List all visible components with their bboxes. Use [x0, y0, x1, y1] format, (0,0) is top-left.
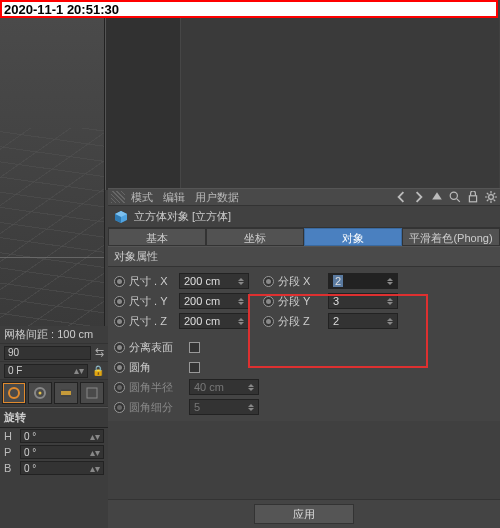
timestamp-bar: 2020-11-1 20:51:30: [0, 0, 498, 18]
label-fillet: 圆角: [129, 360, 185, 375]
svg-rect-7: [61, 389, 71, 391]
input-fillet-radius: 40 cm: [189, 379, 259, 395]
input-size-x[interactable]: 200 cm: [179, 273, 249, 289]
svg-rect-8: [61, 395, 71, 397]
viewport-axis: [0, 257, 104, 258]
svg-point-2: [489, 195, 494, 200]
input-size-z[interactable]: 200 cm: [179, 313, 249, 329]
label-fillet-radius: 圆角半径: [129, 380, 185, 395]
input-seg-y[interactable]: 3: [328, 293, 398, 309]
svg-rect-1: [469, 196, 476, 202]
anim-dot-size-x[interactable]: [114, 276, 125, 287]
input-thumb[interactable]: 90: [4, 346, 91, 360]
timeline-buttons: [0, 380, 108, 407]
label-size-x: 尺寸 . X: [129, 274, 175, 289]
tab-coord[interactable]: 坐标: [206, 228, 304, 246]
nav-up-icon[interactable]: [431, 191, 443, 203]
lock-small-icon[interactable]: 🔒: [92, 365, 104, 376]
tab-object[interactable]: 对象: [304, 228, 402, 246]
input-rot-H[interactable]: 0 °▴▾: [20, 429, 104, 443]
drag-handle-icon[interactable]: [111, 191, 125, 203]
search-icon[interactable]: [449, 191, 461, 203]
apply-button[interactable]: 应用: [254, 504, 354, 524]
nav-back-icon[interactable]: [395, 191, 407, 203]
axis-H-label: H: [4, 430, 16, 442]
axis-B-label: B: [4, 462, 16, 474]
label-size-z: 尺寸 . Z: [129, 314, 175, 329]
left-tool-strip: 网格间距 : 100 cm 90 ⇆ 0 F▴▾ 🔒 旋转 H0 °▴▾ P0 …: [0, 326, 108, 528]
anim-dot-fillet-sub[interactable]: [114, 402, 125, 413]
label-separate: 分离表面: [129, 340, 185, 355]
viewport-perspective[interactable]: [0, 18, 105, 328]
checkbox-fillet[interactable]: [189, 362, 200, 373]
input-seg-x[interactable]: 2: [328, 273, 398, 289]
tab-phong[interactable]: 平滑着色(Phong): [402, 228, 500, 246]
attribute-panel: 模式 编辑 用户数据 立方体对象 [立方体] 基本 坐标 对象 平滑着色(Pho…: [108, 188, 500, 421]
label-fillet-sub: 圆角细分: [129, 400, 185, 415]
axis-P-label: P: [4, 446, 16, 458]
viewport-grid: [0, 128, 105, 328]
input-secondary[interactable]: 0 F▴▾: [4, 364, 88, 378]
nav-forward-icon[interactable]: [413, 191, 425, 203]
cube-icon: [114, 210, 128, 224]
label-seg-z: 分段 Z: [278, 314, 324, 329]
anim-dot-seg-x[interactable]: [263, 276, 274, 287]
input-rot-B[interactable]: 0 °▴▾: [20, 461, 104, 475]
anim-dot-fillet[interactable]: [114, 362, 125, 373]
label-seg-y: 分段 Y: [278, 294, 324, 309]
object-title: 立方体对象 [立方体]: [134, 209, 231, 224]
grid-spacing-label: 网格间距 : 100 cm: [4, 327, 93, 342]
menu-edit[interactable]: 编辑: [163, 190, 185, 205]
anim-dot-fillet-radius[interactable]: [114, 382, 125, 393]
input-seg-z[interactable]: 2: [328, 313, 398, 329]
input-size-y[interactable]: 200 cm: [179, 293, 249, 309]
btn-extra[interactable]: [80, 382, 104, 404]
group-object-properties: 对象属性: [108, 246, 500, 267]
anim-dot-seg-y[interactable]: [263, 296, 274, 307]
tab-basic[interactable]: 基本: [108, 228, 206, 246]
lock-icon[interactable]: [467, 191, 479, 203]
object-header: 立方体对象 [立方体]: [108, 206, 500, 228]
anim-dot-size-y[interactable]: [114, 296, 125, 307]
attribute-toolbar: 模式 编辑 用户数据: [108, 188, 500, 206]
svg-point-0: [450, 192, 457, 199]
object-properties: 尺寸 . X 200 cm 分段 X 2 尺寸 . Y 200 cm 分段 Y …: [108, 267, 500, 421]
viewport-secondary[interactable]: [105, 18, 499, 190]
svg-rect-9: [87, 388, 97, 398]
svg-point-3: [9, 388, 19, 398]
thumb-arrows-icon[interactable]: ⇆: [95, 346, 104, 359]
btn-play[interactable]: [28, 382, 52, 404]
label-size-y: 尺寸 . Y: [129, 294, 175, 309]
anim-dot-seg-z[interactable]: [263, 316, 274, 327]
section-rotation: 旋转: [0, 407, 108, 428]
apply-bar: 应用: [108, 499, 500, 528]
menu-mode[interactable]: 模式: [131, 190, 153, 205]
viewport-shade: [106, 18, 181, 190]
anim-dot-separate[interactable]: [114, 342, 125, 353]
anim-dot-size-z[interactable]: [114, 316, 125, 327]
btn-strip[interactable]: [54, 382, 78, 404]
grid-spacing-row: 网格间距 : 100 cm: [0, 326, 108, 344]
checkbox-separate[interactable]: [189, 342, 200, 353]
btn-keyframe[interactable]: [2, 382, 26, 404]
svg-point-5: [39, 392, 42, 395]
input-fillet-sub: 5: [189, 399, 259, 415]
input-rot-P[interactable]: 0 °▴▾: [20, 445, 104, 459]
tab-bar: 基本 坐标 对象 平滑着色(Phong): [108, 228, 500, 246]
menu-userdata[interactable]: 用户数据: [195, 190, 239, 205]
gear-icon[interactable]: [485, 191, 497, 203]
label-seg-x: 分段 X: [278, 274, 324, 289]
